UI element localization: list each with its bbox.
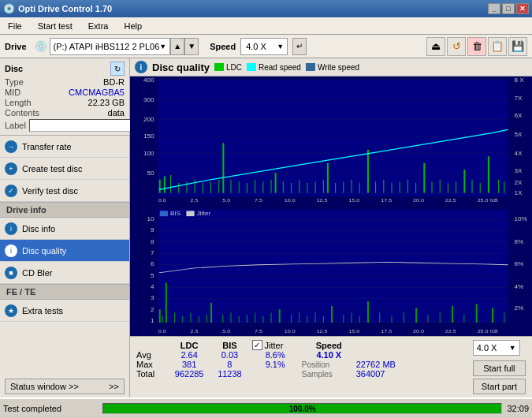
length-value: 22.23 GB (88, 98, 125, 107)
svg-rect-31 (222, 143, 224, 192)
sidebar-item-disc-quality[interactable]: i Disc quality (0, 240, 129, 262)
svg-rect-130 (323, 316, 324, 323)
svg-rect-55 (407, 180, 408, 193)
svg-text:8%: 8% (515, 238, 524, 244)
jitter-checkbox[interactable]: ✓ (252, 340, 262, 350)
svg-rect-59 (440, 180, 441, 193)
verify-test-disc-label: Verify test disc (22, 186, 78, 196)
disc-refresh-button[interactable]: ↻ (110, 62, 125, 76)
speed-select[interactable]: 4.0 X ▼ (240, 38, 288, 55)
extra-tests-icon: ★ (5, 304, 17, 317)
svg-rect-133 (352, 312, 352, 323)
svg-rect-120 (239, 316, 240, 323)
eject-button[interactable]: ⏏ (426, 37, 445, 56)
copy-button[interactable]: 📋 (488, 37, 507, 56)
ldc-col-header: LDC (168, 340, 210, 350)
close-button[interactable]: ✕ (516, 3, 529, 14)
menu-help[interactable]: Help (119, 20, 147, 32)
svg-text:20.0: 20.0 (413, 197, 424, 202)
svg-rect-142 (452, 306, 453, 323)
action-buttons: 4.0 X ▼ Start full Start part (473, 340, 526, 394)
type-value: BD-R (103, 77, 125, 87)
svg-text:6%: 6% (515, 261, 524, 267)
svg-rect-141 (440, 312, 441, 323)
legend-write-speed: Write speed (306, 63, 359, 72)
menu-file[interactable]: File (3, 20, 27, 32)
svg-rect-33 (239, 181, 240, 192)
maximize-button[interactable]: □ (502, 3, 515, 14)
total-row-label: Total (136, 369, 168, 379)
sidebar-item-transfer-rate[interactable]: → Transfer rate (0, 136, 129, 158)
position-value: 22762 MB (356, 360, 419, 369)
svg-text:50: 50 (147, 170, 154, 177)
content-area: i Disc quality LDC Read speed Write spee… (130, 58, 532, 397)
svg-rect-29 (210, 181, 211, 192)
menu-start-test[interactable]: Start test (33, 20, 77, 32)
speed-confirm-button[interactable]: ↵ (292, 38, 307, 55)
speed-inline-select[interactable]: 4.0 X ▼ (473, 340, 520, 356)
svg-text:4%: 4% (515, 284, 524, 290)
charts-area: 400 300 200 150 100 50 8 X 7X 6X 5X 4X 3… (130, 77, 532, 336)
disc-quality-label: Disc quality (22, 246, 66, 256)
sidebar-item-create-test-disc[interactable]: + Create test disc (0, 158, 129, 180)
svg-text:7: 7 (151, 250, 154, 256)
sidebar-item-extra-tests[interactable]: ★ Extra tests (0, 300, 129, 322)
svg-rect-36 (262, 181, 263, 192)
svg-text:4X: 4X (515, 150, 523, 156)
fe-te-section-header: FE / TE (0, 284, 129, 300)
menu-extra[interactable]: Extra (84, 20, 113, 32)
svg-rect-56 (415, 183, 416, 193)
drive-up-button[interactable]: ▲ (170, 38, 184, 55)
drive-down-button[interactable]: ▼ (184, 38, 199, 55)
svg-text:17.5: 17.5 (381, 328, 392, 333)
sidebar-item-disc-info[interactable]: i Disc info (0, 218, 129, 240)
samples-value: 364007 (356, 369, 419, 379)
svg-rect-60 (448, 183, 448, 193)
status-time: 32:09 (507, 404, 529, 413)
avg-ldc-value: 2.64 (168, 350, 210, 360)
type-label: Type (5, 77, 24, 87)
label-row: Label ⚙ (5, 119, 125, 132)
svg-text:7.5: 7.5 (255, 197, 262, 202)
drive-select[interactable]: (P:) ATAPI iHBS112 2 PL06 ▼ (50, 38, 171, 55)
svg-text:2.5: 2.5 (191, 328, 199, 333)
svg-rect-62 (463, 170, 465, 193)
svg-text:15.0: 15.0 (348, 197, 359, 202)
status-window-button[interactable]: Status window >> >> (5, 379, 125, 394)
start-full-button[interactable]: Start full (473, 360, 526, 376)
svg-text:2: 2 (151, 306, 154, 312)
read-speed-legend-label: Read speed (259, 63, 301, 72)
status-window-arrow-icon: >> (109, 382, 119, 391)
svg-rect-49 (359, 183, 360, 193)
total-ldc-value: 962285 (168, 369, 210, 379)
svg-text:6: 6 (151, 261, 154, 267)
svg-text:15.0: 15.0 (348, 328, 359, 333)
save-button[interactable]: 💾 (508, 37, 527, 56)
label-label: Label (5, 121, 26, 130)
max-ldc-value: 381 (168, 360, 210, 369)
svg-rect-119 (231, 312, 232, 323)
svg-rect-23 (164, 177, 166, 193)
write-speed-legend-label: Write speed (318, 63, 359, 72)
legend-read-speed: Read speed (247, 63, 301, 72)
clear-button[interactable]: 🗑 (467, 37, 486, 56)
minimize-button[interactable]: _ (488, 3, 500, 14)
contents-label: Contents (5, 108, 39, 118)
disc-quality-icon: i (5, 244, 17, 257)
transfer-rate-icon: → (5, 140, 17, 153)
svg-rect-46 (335, 183, 336, 193)
sidebar-item-cd-bler[interactable]: ■ CD Bler (0, 262, 129, 284)
sidebar-item-verify-test-disc[interactable]: ✓ Verify test disc (0, 180, 129, 202)
svg-rect-64 (480, 183, 481, 193)
start-part-button[interactable]: Start part (473, 379, 526, 394)
label-input[interactable] (29, 119, 134, 132)
refresh-button[interactable]: ↺ (447, 37, 466, 56)
svg-rect-30 (218, 180, 219, 193)
svg-rect-134 (359, 316, 360, 323)
speed-col-header: Speed (302, 340, 356, 350)
disc-quality-title: Disc quality (152, 62, 210, 73)
svg-rect-28 (203, 183, 203, 193)
svg-text:17.5: 17.5 (381, 197, 392, 202)
svg-text:2X: 2X (515, 180, 523, 186)
svg-rect-44 (323, 180, 324, 193)
